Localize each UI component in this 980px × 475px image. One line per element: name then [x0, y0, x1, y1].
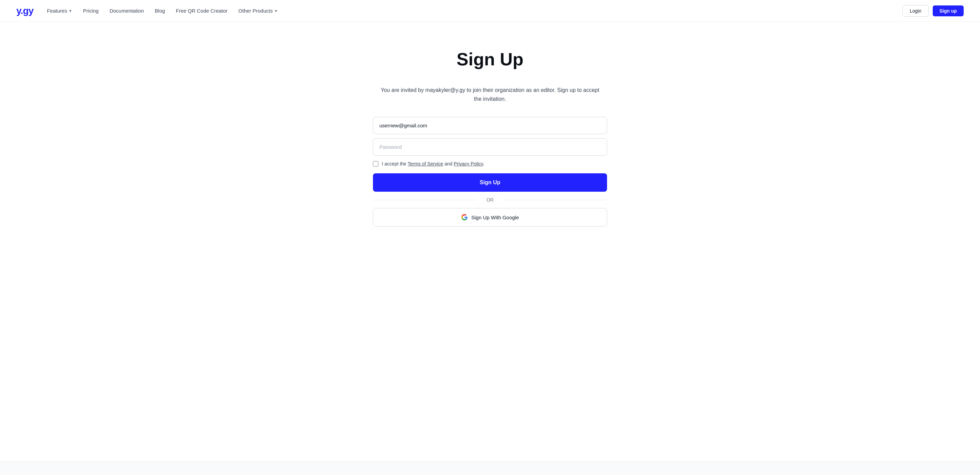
nav-item-other-products[interactable]: Other Products ▼: [239, 8, 278, 14]
or-divider: OR: [373, 197, 607, 202]
nav-item-pricing[interactable]: Pricing: [83, 8, 99, 14]
google-signup-button[interactable]: Sign Up With Google: [373, 208, 607, 226]
signup-nav-button[interactable]: Sign up: [933, 5, 964, 16]
navbar-right: Login Sign up: [902, 5, 964, 17]
nav-link-documentation[interactable]: Documentation: [110, 8, 144, 14]
navbar-left: y.gy Features ▼ Pricing Documentation: [16, 5, 278, 16]
privacy-link[interactable]: Privacy Policy: [453, 161, 483, 166]
nav-item-features[interactable]: Features ▼: [47, 8, 72, 14]
nav-links: Features ▼ Pricing Documentation Blog: [47, 8, 278, 14]
nav-item-documentation[interactable]: Documentation: [110, 8, 144, 14]
nav-link-blog[interactable]: Blog: [155, 8, 165, 14]
terms-label: I accept the Terms of Service and Privac…: [382, 161, 484, 166]
nav-link-features[interactable]: Features ▼: [47, 8, 72, 14]
nav-link-other-products[interactable]: Other Products ▼: [239, 8, 278, 14]
signup-form: I accept the Terms of Service and Privac…: [373, 117, 607, 226]
terms-row: I accept the Terms of Service and Privac…: [373, 161, 607, 166]
signup-button[interactable]: Sign Up: [373, 173, 607, 192]
email-field[interactable]: [373, 117, 607, 134]
nav-link-qr[interactable]: Free QR Code Creator: [176, 8, 228, 14]
nav-link-pricing[interactable]: Pricing: [83, 8, 99, 14]
terms-checkbox[interactable]: [373, 161, 379, 166]
nav-item-blog[interactable]: Blog: [155, 8, 165, 14]
nav-item-qr[interactable]: Free QR Code Creator: [176, 8, 228, 14]
logo[interactable]: y.gy: [16, 5, 33, 16]
google-icon: [461, 214, 468, 221]
chevron-down-icon: ▼: [68, 9, 72, 13]
navbar: y.gy Features ▼ Pricing Documentation: [0, 0, 980, 22]
google-button-label: Sign Up With Google: [471, 215, 519, 220]
footer-bar: [0, 461, 980, 475]
page-title: Sign Up: [457, 49, 523, 70]
chevron-down-icon: ▼: [274, 9, 278, 13]
password-field[interactable]: [373, 138, 607, 156]
main-content: Sign Up You are invited by mayakyler@y.g…: [0, 22, 980, 247]
invitation-text: You are invited by mayakyler@y.gy to joi…: [378, 86, 602, 103]
terms-link[interactable]: Terms of Service: [408, 161, 443, 166]
login-button[interactable]: Login: [902, 5, 928, 17]
